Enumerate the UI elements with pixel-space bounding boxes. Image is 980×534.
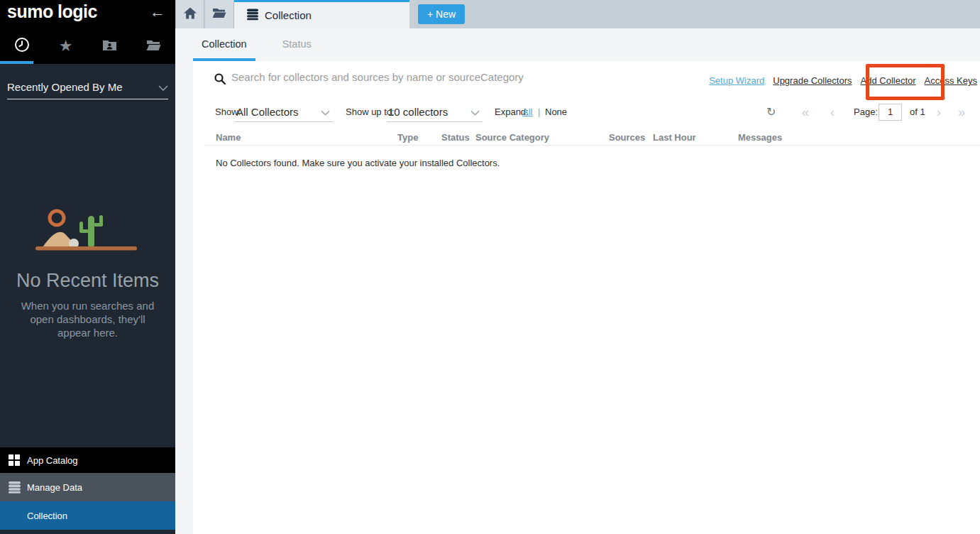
show-up-to-select-value: 10 collectors [388, 102, 448, 122]
chevron-down-icon [321, 102, 330, 122]
chevron-down-icon [470, 102, 480, 122]
first-page-button[interactable]: « [802, 102, 809, 122]
star-icon: ★ [59, 38, 73, 54]
search-icon [214, 73, 226, 87]
page-label: Page: [854, 102, 878, 122]
filter-toolbar: Show: All Collectors Show up to: 10 coll… [193, 102, 980, 122]
no-recent-items-title: No Recent Items [0, 270, 175, 292]
subtab-collection[interactable]: Collection [193, 28, 255, 61]
sidebar-bottom-strip [0, 530, 175, 534]
sidebar-item-favorites[interactable]: ★ [44, 36, 88, 57]
sidebar-item-recents[interactable] [0, 36, 44, 57]
back-arrow-icon: ← [150, 3, 165, 21]
last-page-button[interactable]: » [958, 102, 965, 122]
toolbar-links: Setup Wizard Upgrade Collectors Add Coll… [709, 75, 977, 86]
show-select[interactable]: All Collectors [235, 102, 333, 122]
sidebar-item-library[interactable] [131, 36, 175, 57]
library-button[interactable] [205, 0, 234, 28]
chevron-down-icon [158, 81, 168, 93]
sidebar-item-collection[interactable]: Collection [0, 501, 175, 530]
expand-all-link[interactable]: All [522, 102, 532, 122]
upgrade-collectors-link[interactable]: Upgrade Collectors [773, 75, 852, 86]
sidebar-nav-icons: ★ [0, 36, 175, 57]
new-button[interactable]: + New [418, 4, 465, 24]
app-window: sumo logic ← ★ [0, 0, 980, 534]
empty-table-message: No Collectors found. Make sure you activ… [216, 158, 500, 168]
grid-icon [9, 454, 27, 466]
sidebar-bottom-menu: App Catalog Manage Data Collection [0, 447, 175, 534]
subtab-status[interactable]: Status [274, 28, 320, 61]
column-header-status: Status [441, 132, 470, 143]
content-area: Collection Status Setup Wizard Upgrade C… [175, 28, 980, 534]
manage-data-label: Manage Data [27, 482, 82, 493]
column-header-messages: Messages [738, 132, 782, 143]
column-header-type: Type [397, 132, 418, 143]
expand-none-link[interactable]: None [545, 102, 567, 122]
page-of-label: of 1 [910, 102, 925, 122]
sidebar-item-manage-data[interactable]: Manage Data [0, 473, 175, 501]
expand-separator: | [538, 102, 540, 122]
next-page-button[interactable]: › [937, 102, 941, 122]
table-header-row: Name Type Status Source Category Sources… [193, 132, 980, 145]
tab-collection-label: Collection [265, 9, 312, 21]
home-button[interactable] [175, 0, 204, 28]
sidebar-item-app-catalog[interactable]: App Catalog [0, 447, 175, 473]
folder-icon [212, 7, 226, 21]
database-icon [9, 481, 27, 494]
no-recent-items-subtitle: When you run searches and open dashboard… [16, 299, 160, 339]
collection-panel: Setup Wizard Upgrade Collectors Add Coll… [193, 61, 980, 534]
tab-collection[interactable]: Collection [234, 0, 409, 28]
previous-page-button[interactable]: ‹ [830, 102, 835, 122]
search-input[interactable] [231, 67, 629, 87]
column-header-name: Name [216, 132, 241, 143]
show-up-to-select[interactable]: 10 collectors [387, 102, 483, 122]
recently-opened-dropdown[interactable]: Recently Opened By Me [7, 75, 168, 99]
sidebar-header: sumo logic ← ★ [0, 0, 175, 64]
add-collector-link[interactable]: Add Collector [861, 75, 916, 86]
column-header-source-category: Source Category [475, 132, 549, 143]
folder-icon [146, 39, 161, 54]
collection-label: Collection [27, 511, 67, 521]
show-select-value: All Collectors [236, 102, 299, 122]
sidebar: sumo logic ← ★ [0, 0, 175, 534]
refresh-icon[interactable]: ↻ [766, 102, 776, 122]
main-area: Collection + New Collection Status Setup… [175, 0, 980, 534]
column-header-last-hour: Last Hour [653, 132, 696, 143]
access-keys-link[interactable]: Access Keys [925, 75, 977, 86]
column-header-sources: Sources [609, 132, 645, 143]
database-icon [247, 9, 258, 23]
subtab-bar: Collection Status [193, 28, 320, 61]
table-header-divider [204, 145, 980, 146]
tab-strip: Collection + New [175, 0, 980, 28]
app-catalog-label: App Catalog [27, 455, 78, 466]
recently-opened-label: Recently Opened By Me [7, 81, 123, 93]
sidebar-item-shared[interactable] [88, 36, 132, 57]
collapse-sidebar-button[interactable]: ← [150, 3, 165, 21]
home-icon [184, 7, 197, 22]
sumo-logic-logo: sumo logic [7, 1, 97, 22]
setup-wizard-link[interactable]: Setup Wizard [709, 75, 764, 86]
desert-illustration [34, 206, 141, 258]
active-nav-indicator [0, 61, 33, 64]
page-number-input[interactable] [879, 104, 902, 121]
clock-icon [14, 37, 30, 55]
shared-folder-icon [102, 38, 117, 54]
